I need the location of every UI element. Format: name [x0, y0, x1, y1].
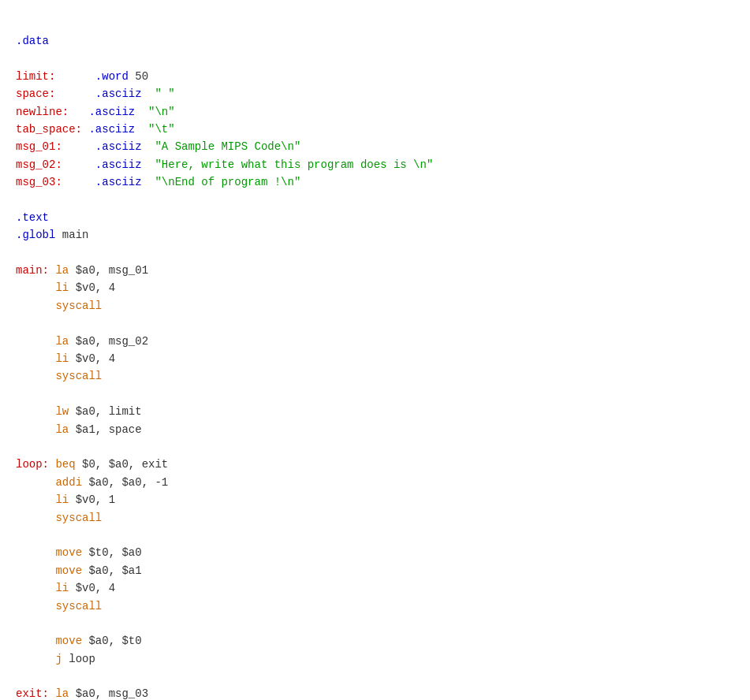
table-row: [16, 438, 734, 456]
code-editor: .data limit: .word 50space: .asciiz " "n…: [0, 8, 750, 700]
table-row: main: la $a0, msg_01: [16, 262, 734, 279]
table-row: syscall: [16, 297, 734, 315]
table-row: [16, 527, 734, 544]
table-row: .data: [16, 32, 734, 50]
table-row: move $a0, $a1: [16, 562, 734, 579]
table-row: [16, 615, 734, 632]
table-row: newline: .asciiz "\n": [16, 103, 734, 121]
table-row: [16, 244, 734, 262]
table-row: exit: la $a0, msg_03: [16, 685, 734, 700]
table-row: loop: beq $0, $a0, exit: [16, 456, 734, 473]
table-row: li $v0, 1: [16, 491, 734, 508]
table-row: la $a0, msg_02: [16, 333, 734, 350]
table-row: space: .asciiz " ": [16, 85, 734, 102]
table-row: [16, 668, 734, 685]
table-row: syscall: [16, 367, 734, 385]
table-row: [16, 50, 734, 67]
table-row: [16, 315, 734, 332]
table-row: li $v0, 4: [16, 350, 734, 367]
table-row: j loop: [16, 650, 734, 668]
table-row: limit: .word 50: [16, 68, 734, 85]
table-row: move $a0, $t0: [16, 632, 734, 650]
table-row: lw $a0, limit: [16, 403, 734, 420]
table-row: .globl main: [16, 226, 734, 244]
table-row: syscall: [16, 598, 734, 615]
table-row: tab_space: .asciiz "\t": [16, 121, 734, 138]
table-row: msg_01: .asciiz "A Sample MIPS Code\n": [16, 138, 734, 155]
table-row: [16, 385, 734, 403]
table-row: syscall: [16, 509, 734, 527]
table-row: la $a1, space: [16, 421, 734, 438]
table-row: li $v0, 4: [16, 279, 734, 296]
table-row: move $t0, $a0: [16, 544, 734, 561]
table-row: msg_03: .asciiz "\nEnd of program !\n": [16, 173, 734, 191]
table-row: .text: [16, 209, 734, 226]
table-row: li $v0, 4: [16, 579, 734, 597]
table-row: msg_02: .asciiz "Here, write what this p…: [16, 156, 734, 173]
table-row: [16, 192, 734, 209]
table-row: addi $a0, $a0, -1: [16, 474, 734, 491]
